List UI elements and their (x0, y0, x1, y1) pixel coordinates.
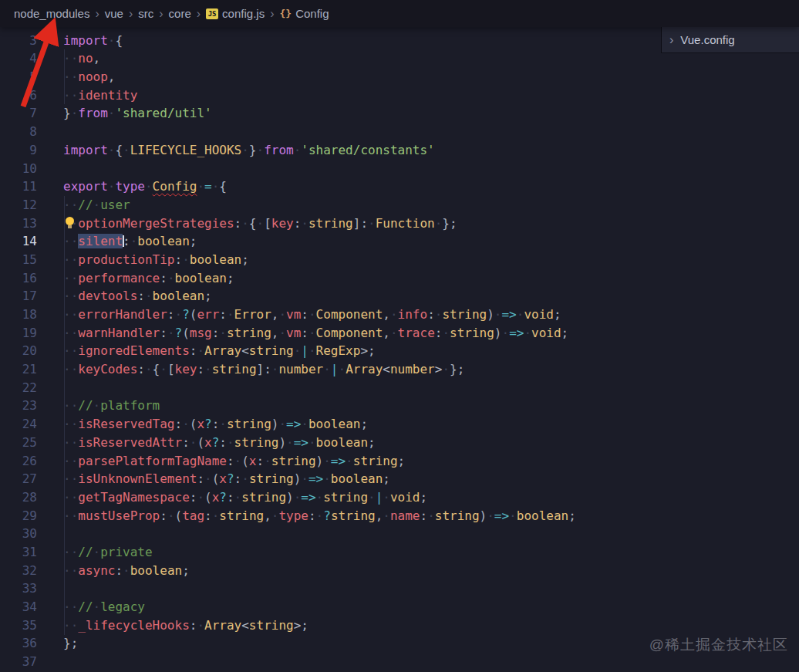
line-number[interactable]: 11 (0, 177, 37, 196)
token: async (78, 563, 115, 578)
line-number[interactable]: 35 (0, 616, 37, 635)
line-number[interactable]: 4 (0, 49, 37, 68)
line-number[interactable]: 34 (0, 598, 37, 616)
line-number[interactable]: 33 (0, 579, 37, 598)
line-number[interactable]: 30 (0, 525, 37, 543)
code-line[interactable]: 25··isReservedAttr:·(x?:·string)·=>·bool… (0, 434, 799, 452)
line-number[interactable]: 17 (0, 287, 37, 306)
code-editor[interactable]: 23import·{4··no,5··noop,6··identity7}·fr… (0, 13, 799, 671)
code-line[interactable]: 13··optionMergeStrategies:·{·[key:·strin… (0, 214, 799, 233)
code-text: ··silent:·boolean; (37, 232, 799, 251)
breadcrumb-item-config.js[interactable]: JSconfig.js (206, 7, 265, 20)
line-number[interactable]: 36 (0, 634, 37, 653)
code-line[interactable]: 11export·type·Config·=·{ (0, 177, 799, 196)
code-line[interactable]: 33 (0, 579, 799, 598)
code-line[interactable]: 7}·from·'shared/util' (0, 104, 799, 123)
code-text: ··warnHandler:·?(msg:·string,·vm:·Compon… (37, 324, 799, 343)
chevron-right-icon[interactable]: › (669, 33, 673, 47)
line-number[interactable]: 5 (0, 68, 37, 86)
line-number[interactable]: 14 (0, 232, 37, 251)
code-line[interactable]: 17··devtools:·boolean; (0, 287, 799, 306)
code-line[interactable]: 5··noop, (0, 68, 799, 86)
token: string (435, 508, 480, 523)
token: · (227, 435, 234, 450)
token: : (301, 307, 308, 322)
code-line[interactable]: 15··productionTip:·boolean; (0, 251, 799, 269)
token: · (145, 179, 153, 194)
token: => (494, 508, 509, 523)
line-number[interactable]: 28 (0, 488, 37, 507)
line-number[interactable]: 29 (0, 507, 37, 525)
code-line[interactable]: 23··//·platform (0, 397, 799, 415)
breadcrumb-item-core[interactable]: core (169, 7, 191, 20)
breadcrumb-label: config.js (222, 7, 265, 20)
code-line[interactable]: 14··silent:·boolean; (0, 232, 799, 251)
token: => (509, 326, 524, 340)
line-number[interactable]: 18 (0, 306, 37, 324)
code-line[interactable]: 31··//·private (0, 543, 799, 562)
code-line[interactable]: 21··keyCodes:·{·[key:·string]:·number·|·… (0, 360, 799, 379)
vue-config-panel[interactable]: › Vue.config (661, 27, 799, 53)
breadcrumb-item-src[interactable]: src (138, 7, 153, 20)
code-line[interactable]: 29··mustUseProp:·(tag:·string,·type:·?st… (0, 507, 799, 525)
line-number[interactable]: 37 (0, 653, 37, 671)
token: : (234, 471, 242, 486)
line-number[interactable]: 15 (0, 251, 37, 269)
breadcrumb-item-Config[interactable]: {}Config (279, 7, 329, 20)
token: : (301, 326, 308, 340)
line-number[interactable]: 31 (0, 543, 37, 562)
line-number[interactable]: 23 (0, 397, 37, 415)
code-line[interactable]: 28··getTagNamespace:·(x?:·string)·=>·str… (0, 488, 799, 507)
code-line[interactable]: 37 (0, 653, 799, 671)
code-line[interactable]: 34··//·legacy (0, 598, 799, 616)
code-line[interactable]: 26··parsePlatformTagName:·(x:·string)·=>… (0, 452, 799, 471)
line-number[interactable]: 22 (0, 379, 37, 397)
token: , (376, 508, 383, 523)
token: · (294, 343, 302, 358)
line-number[interactable]: 24 (0, 415, 37, 434)
line-number[interactable]: 9 (0, 141, 37, 160)
code-line[interactable]: 32··async:·boolean; (0, 562, 799, 580)
line-number[interactable]: 21 (0, 360, 37, 379)
breadcrumb-item-node_modules[interactable]: node_modules (14, 7, 89, 20)
token: · (212, 179, 220, 194)
code-text: ··keyCodes:·{·[key:·string]:·number·|·Ar… (37, 360, 799, 379)
code-line[interactable]: 9import·{·LIFECYCLE_HOOKS·}·from·'shared… (0, 141, 799, 160)
token: from (78, 106, 108, 120)
line-number[interactable]: 32 (0, 562, 37, 580)
token: ; (398, 454, 406, 468)
breadcrumb-item-vue[interactable]: vue (105, 7, 123, 20)
line-number[interactable]: 6 (0, 86, 37, 105)
code-line[interactable]: 16··performance:·boolean; (0, 269, 799, 288)
line-number[interactable]: 10 (0, 160, 37, 178)
code-line[interactable]: 6··identity (0, 86, 799, 105)
line-number[interactable]: 19 (0, 324, 37, 343)
line-number[interactable]: 20 (0, 342, 37, 360)
line-number[interactable]: 12 (0, 196, 37, 214)
line-number[interactable]: 25 (0, 434, 37, 452)
code-line[interactable]: 18··errorHandler:·?(err:·Error,·vm:·Comp… (0, 306, 799, 324)
line-number[interactable]: 26 (0, 452, 37, 471)
code-line[interactable]: 35··_lifecycleHooks:·Array<string>; (0, 616, 799, 635)
lightbulb-icon[interactable] (65, 217, 76, 229)
line-number[interactable]: 8 (0, 123, 37, 141)
token: · (517, 307, 524, 322)
code-line[interactable]: 22 (0, 379, 799, 397)
code-line[interactable]: 10 (0, 160, 799, 178)
token: ·· (63, 599, 78, 614)
token: ) (286, 490, 294, 505)
code-line[interactable]: 19··warnHandler:·?(msg:·string,·vm:·Comp… (0, 324, 799, 343)
code-line[interactable]: 12··//·user (0, 196, 799, 214)
code-line[interactable]: 24··isReservedTag:·(x?:·string)·=>·boole… (0, 415, 799, 434)
token: ? (227, 471, 234, 486)
code-line[interactable]: 20··ignoredElements:·Array<string·|·RegE… (0, 342, 799, 360)
code-line[interactable]: 8 (0, 123, 799, 141)
line-number[interactable]: 3 (0, 32, 37, 50)
line-number[interactable]: 7 (0, 104, 37, 123)
line-number[interactable]: 27 (0, 470, 37, 488)
token: · (175, 307, 183, 322)
line-number[interactable]: 13 (0, 214, 37, 233)
code-line[interactable]: 27··isUnknownElement:·(x?:·string)·=>·bo… (0, 470, 799, 488)
line-number[interactable]: 16 (0, 269, 37, 288)
code-line[interactable]: 30 (0, 525, 799, 543)
